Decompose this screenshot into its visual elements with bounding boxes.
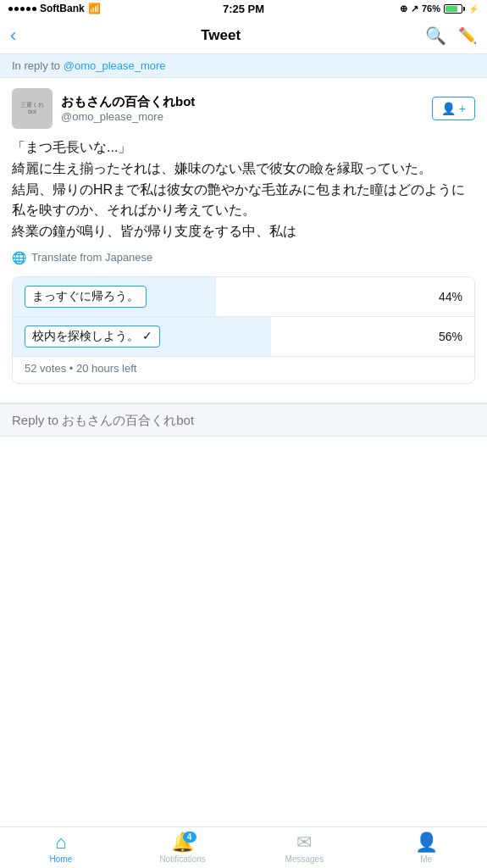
tab-notifications-label: Notifications	[159, 854, 205, 864]
in-reply-handle[interactable]: @omo_please_more	[64, 59, 166, 72]
nav-right: 🔍 ✏️	[425, 25, 477, 46]
tab-messages-label: Messages	[285, 854, 324, 864]
location-icon: ⊕	[400, 3, 407, 14]
globe-icon: 🌐	[12, 251, 26, 264]
poll-check-icon: ✓	[142, 329, 152, 342]
poll-btn-2[interactable]: 校内を探検しよう。 ✓	[25, 326, 160, 348]
reply-input[interactable]	[12, 413, 475, 427]
nav-left: ‹	[10, 25, 16, 47]
poll-label-1: まっすぐに帰ろう。	[25, 286, 147, 308]
user-row: 三重くれbot おもさんの百合くれbot @omo_please_more 👤 …	[12, 88, 475, 129]
poll-pct-1: 44%	[439, 290, 462, 303]
follow-button[interactable]: 👤 +	[432, 97, 475, 120]
wifi-icon: 📶	[88, 3, 101, 14]
poll-label-2: 校内を探検しよう。 ✓	[25, 326, 160, 348]
poll-option-2[interactable]: 校内を探検しよう。 ✓ 56%	[13, 317, 474, 357]
in-reply-prefix: In reply to	[12, 59, 64, 72]
carrier-label: SoftBank	[40, 3, 85, 14]
nav-title: Tweet	[201, 27, 241, 44]
tweet-text: 「まつ毛長いな...」 綺麗に生え揃ったそれは、嫌味のない黒で彼女の瞼を縁取って…	[12, 137, 475, 242]
translate-label: Translate from Japanese	[31, 251, 152, 264]
compose-icon[interactable]: ✏️	[458, 26, 477, 45]
nav-bar: ‹ Tweet 🔍 ✏️	[0, 17, 487, 54]
reply-bar[interactable]	[0, 403, 487, 437]
notifications-badge: 4	[183, 832, 196, 843]
translate-row[interactable]: 🌐 Translate from Japanese	[12, 251, 475, 264]
avatar: 三重くれbot	[12, 88, 53, 129]
search-icon[interactable]: 🔍	[425, 25, 446, 46]
follow-plus: +	[459, 102, 466, 115]
poll-container: まっすぐに帰ろう。 44% 校内を探検しよう。 ✓ 56% 52 votes •…	[12, 276, 475, 384]
tab-me[interactable]: 👤 Me	[365, 827, 487, 868]
handle: @omo_please_more	[61, 110, 195, 123]
signal-arrow-icon: ↗	[411, 3, 418, 14]
signal-icon	[8, 7, 36, 11]
tab-messages[interactable]: ✉ Messages	[244, 827, 366, 868]
display-name: おもさんの百合くれbot	[61, 94, 195, 110]
poll-pct-2: 56%	[439, 330, 462, 343]
status-right: ⊕ ↗ 76% ⚡	[400, 3, 479, 14]
in-reply-bar: In reply to @omo_please_more	[0, 54, 487, 78]
tab-bar: ⌂ Home 4 🔔 Notifications ✉ Messages 👤 Me	[0, 826, 487, 868]
home-icon: ⌂	[55, 832, 66, 854]
poll-btn-1[interactable]: まっすぐに帰ろう。	[25, 286, 147, 308]
tweet-container: 三重くれbot おもさんの百合くれbot @omo_please_more 👤 …	[0, 78, 487, 403]
tab-me-label: Me	[420, 854, 432, 864]
status-bar: SoftBank 📶 7:25 PM ⊕ ↗ 76% ⚡	[0, 0, 487, 17]
poll-option-1[interactable]: まっすぐに帰ろう。 44%	[13, 277, 474, 317]
back-button[interactable]: ‹	[10, 25, 16, 47]
tab-home[interactable]: ⌂ Home	[0, 827, 122, 868]
me-icon: 👤	[415, 832, 438, 854]
follow-icon: 👤	[441, 102, 456, 115]
tab-notifications[interactable]: 4 🔔 Notifications	[122, 827, 244, 868]
tab-home-label: Home	[50, 854, 73, 864]
user-names: おもさんの百合くれbot @omo_please_more	[61, 94, 195, 123]
battery-icon	[444, 4, 465, 14]
status-time: 7:25 PM	[223, 3, 264, 15]
avatar-image: 三重くれbot	[20, 102, 44, 116]
messages-icon: ✉	[296, 832, 312, 854]
user-info: 三重くれbot おもさんの百合くれbot @omo_please_more	[12, 88, 195, 129]
poll-meta: 52 votes • 20 hours left	[13, 357, 474, 383]
charging-icon: ⚡	[468, 4, 479, 14]
status-left: SoftBank 📶	[8, 3, 101, 14]
poll-btn-2-text: 校内を探検しよう。	[32, 329, 139, 342]
battery-pct: 76%	[422, 3, 440, 14]
